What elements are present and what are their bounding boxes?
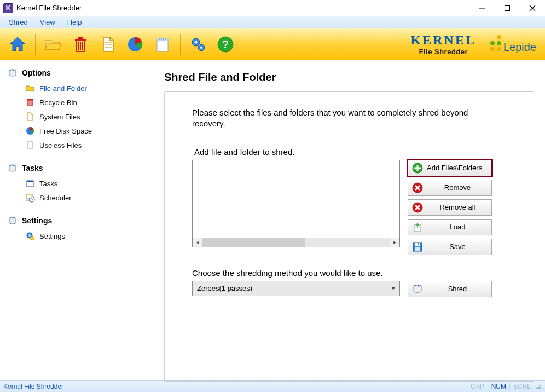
window-title: Kernel File Shredder: [16, 4, 82, 12]
maximize-button[interactable]: [495, 0, 520, 16]
trash-red-icon: [25, 97, 35, 107]
svg-point-51: [31, 237, 34, 240]
sidebar-group-options: Options File and Folder Recycle Bin: [8, 68, 137, 152]
add-label: Add file and folder to shred.: [194, 147, 524, 157]
toolbar-separator: [35, 34, 36, 55]
menu-help[interactable]: Help: [62, 17, 88, 27]
piechart-icon: [25, 126, 35, 136]
toolbar: ? KERNEL File Shredder Lepide: [0, 28, 545, 60]
sidebar-item-useless-files[interactable]: Useless Files: [24, 138, 137, 152]
sidebar-item-label: System Files: [39, 113, 80, 121]
button-label: Remove all: [427, 203, 488, 211]
menu-shred[interactable]: Shred: [3, 17, 33, 27]
svg-rect-65: [418, 243, 419, 245]
remove-button[interactable]: Remove: [408, 180, 492, 196]
sidebar-group-title: Tasks: [22, 164, 43, 172]
document-icon: [25, 112, 35, 122]
menu-view[interactable]: View: [34, 17, 61, 27]
statusbar: Kernel File Shredder CAP NUM SCRL: [0, 380, 545, 392]
svg-rect-63: [415, 243, 420, 246]
sidebar-group-tasks: Tasks Tasks Scheduler: [8, 163, 137, 205]
sidebar: Options File and Folder Recycle Bin: [0, 60, 142, 380]
sidebar-item-system-files[interactable]: System Files: [24, 109, 137, 124]
sidebar-item-label: Recycle Bin: [39, 99, 77, 107]
button-label: Add Files\Folders: [427, 164, 488, 172]
close-button[interactable]: [520, 0, 545, 16]
bin-icon: [8, 216, 18, 226]
svg-text:?: ?: [222, 38, 229, 50]
svg-point-38: [10, 165, 11, 166]
bin-icon: [8, 163, 18, 173]
svg-point-28: [13, 70, 14, 71]
sidebar-item-label: Useless Files: [39, 141, 82, 149]
toolbar-help[interactable]: ?: [213, 32, 237, 56]
help-icon: ?: [216, 35, 235, 54]
resize-grip-icon[interactable]: [534, 383, 542, 389]
status-cap: CAP: [467, 383, 488, 390]
titlebar: K Kernel File Shredder: [0, 0, 545, 16]
sidebar-item-label: File and Folder: [39, 84, 87, 93]
file-list-area[interactable]: [193, 160, 399, 238]
horizontal-scrollbar[interactable]: ◂ ▸: [193, 238, 399, 247]
method-selected-value: Zeroes(1 passes): [197, 284, 392, 292]
plus-circle-icon: [411, 162, 424, 174]
bin-icon: [8, 68, 18, 78]
sidebar-item-label: Free Disk Space: [39, 127, 92, 135]
scroll-track[interactable]: [202, 238, 390, 247]
brand-name: KERNEL: [411, 33, 476, 48]
action-buttons: Add Files\Folders Remove Remove all: [408, 160, 492, 255]
chevron-down-icon: ▾: [392, 285, 395, 292]
sidebar-group-header: Settings: [8, 216, 137, 226]
toolbar-open[interactable]: [41, 32, 65, 56]
shred-button[interactable]: Shred: [408, 281, 492, 297]
sidebar-item-file-folder[interactable]: File and Folder: [24, 81, 137, 95]
save-button[interactable]: Save: [408, 239, 492, 255]
scroll-left-icon[interactable]: ◂: [193, 238, 202, 247]
status-num: NUM: [488, 383, 509, 390]
app-icon: K: [3, 3, 13, 13]
svg-rect-35: [27, 142, 33, 148]
sidebar-item-recycle-bin[interactable]: Recycle Bin: [24, 95, 137, 109]
svg-rect-41: [27, 181, 33, 182]
svg-rect-64: [415, 247, 420, 251]
close-icon: [529, 5, 536, 11]
toolbar-trash[interactable]: [68, 32, 92, 56]
calendar-icon: [25, 178, 35, 188]
company-logo: Lepide: [490, 35, 540, 54]
sidebar-group-title: Options: [22, 68, 51, 77]
toolbar-piechart[interactable]: [123, 32, 147, 56]
file-listbox[interactable]: ◂ ▸: [192, 160, 400, 247]
minimize-button[interactable]: [469, 0, 495, 16]
method-label: Choose the shredding method you would li…: [192, 268, 524, 278]
toolbar-settings[interactable]: [186, 32, 210, 56]
toolbar-notes[interactable]: [150, 32, 175, 56]
toolbar-home[interactable]: [5, 32, 30, 56]
main-area: Shred File and Folder Please select the …: [142, 60, 545, 380]
shred-icon: [411, 283, 424, 295]
sidebar-item-settings[interactable]: Settings: [24, 229, 137, 243]
svg-rect-14: [157, 39, 168, 51]
toolbar-document[interactable]: [96, 32, 120, 56]
svg-point-68: [418, 285, 420, 286]
svg-rect-36: [27, 141, 33, 142]
svg-point-48: [13, 217, 14, 218]
sidebar-item-tasks[interactable]: Tasks: [24, 176, 137, 191]
svg-rect-33: [27, 99, 33, 100]
remove-all-button[interactable]: Remove all: [408, 199, 492, 216]
page-icon: [25, 140, 35, 150]
home-icon: [8, 34, 27, 54]
page-title: Shred File and Folder: [164, 71, 534, 84]
sidebar-item-scheduler[interactable]: Scheduler: [24, 191, 137, 205]
svg-point-16: [159, 38, 160, 39]
sidebar-item-label: Scheduler: [39, 194, 72, 202]
sidebar-item-free-disk-space[interactable]: Free Disk Space: [24, 124, 137, 138]
sidebar-item-label: Settings: [39, 232, 65, 240]
scroll-thumb[interactable]: [202, 238, 305, 247]
load-button[interactable]: Load: [408, 219, 492, 235]
svg-point-39: [13, 165, 14, 166]
add-files-folders-button[interactable]: Add Files\Folders: [408, 160, 492, 176]
svg-point-27: [10, 70, 11, 71]
scroll-right-icon[interactable]: ▸: [390, 238, 399, 247]
method-select[interactable]: Zeroes(1 passes) ▾: [192, 281, 400, 296]
svg-point-17: [161, 38, 162, 39]
